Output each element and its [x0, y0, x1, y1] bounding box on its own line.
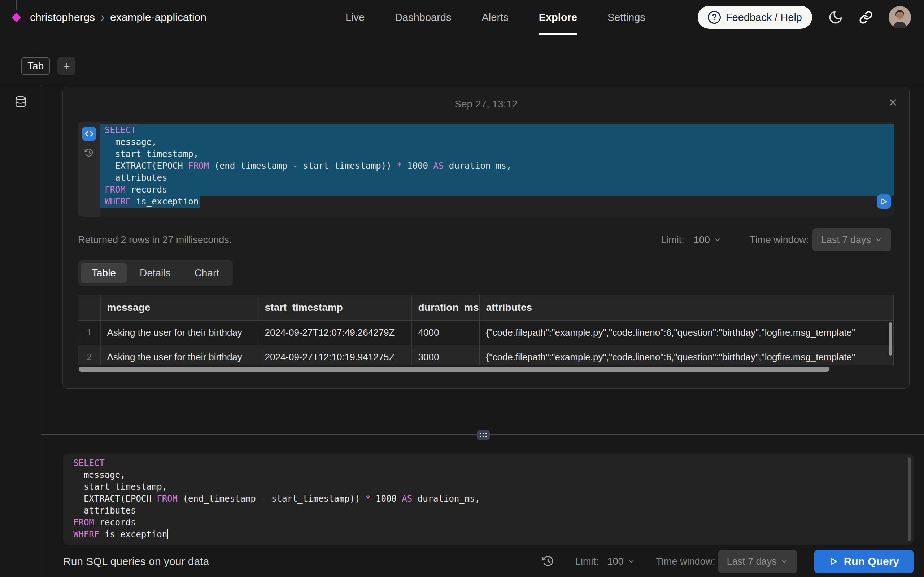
- breadcrumb-org[interactable]: christophergs: [30, 11, 95, 23]
- play-icon: [829, 557, 838, 566]
- sql-line: attributes: [69, 505, 914, 517]
- row-number: 1: [78, 320, 100, 345]
- cell-start_timestamp[interactable]: 2024-09-27T12:07:49.264279Z: [258, 320, 412, 345]
- feedback-help-button[interactable]: ? Feedback / Help: [698, 6, 812, 29]
- history-icon[interactable]: [84, 148, 94, 158]
- sql-line: WHERE is_exception: [69, 529, 914, 541]
- cell-duration_ms[interactable]: 4000: [412, 320, 479, 345]
- feedback-help-label: Feedback / Help: [726, 11, 802, 23]
- query-result-card: Sep 27, 13:12 SELECT message, start_time…: [63, 87, 909, 389]
- executed-sql-code[interactable]: SELECT message, start_timestamp, EXTRACT…: [100, 121, 894, 217]
- limit-label: Limit:: [661, 234, 684, 246]
- table-row[interactable]: 1Asking the user for their birthday2024-…: [78, 320, 894, 345]
- sql-line: message,: [69, 469, 914, 481]
- limit-dropdown[interactable]: 100: [607, 556, 635, 567]
- code-icon-button[interactable]: [82, 127, 96, 141]
- add-tab-button[interactable]: +: [57, 57, 76, 75]
- table-row[interactable]: 2Asking the user for their birthday2024-…: [78, 345, 894, 365]
- user-avatar[interactable]: [888, 6, 911, 29]
- table-header-row: messagestart_timestampduration_msattribu…: [78, 295, 894, 320]
- text-cursor: [168, 529, 168, 540]
- column-header-start_timestamp[interactable]: start_timestamp: [258, 295, 412, 320]
- horizontal-scrollbar-thumb[interactable]: [79, 367, 829, 372]
- nav-item-explore[interactable]: Explore: [539, 0, 577, 35]
- query-tab-bar: Tab +: [21, 57, 76, 75]
- sql-line: WHERE is_exception: [100, 196, 200, 208]
- breadcrumb-separator: ›: [101, 10, 104, 25]
- breadcrumb-project[interactable]: example-application: [110, 11, 207, 23]
- table-horizontal-scrollbar: [78, 366, 894, 372]
- time-window-label: Time window:: [656, 556, 716, 567]
- sql-line: SELECT: [100, 124, 894, 136]
- left-sidebar: [0, 85, 41, 577]
- splitter-drag-handle[interactable]: [477, 430, 490, 440]
- sql-editor[interactable]: SELECT message, start_timestamp, EXTRACT…: [63, 454, 914, 545]
- editor-hint-text: Run SQL queries on your data: [63, 555, 209, 567]
- cell-start_timestamp[interactable]: 2024-09-27T12:10:19.941275Z: [258, 345, 412, 365]
- row-number: 2: [78, 345, 100, 365]
- nav-item-live[interactable]: Live: [346, 0, 365, 35]
- drag-dots-icon: [480, 433, 487, 437]
- logfire-logo-icon[interactable]: [11, 13, 21, 23]
- sql-line: FROM records: [100, 184, 894, 196]
- query-timestamp: Sep 27, 13:12: [454, 98, 517, 110]
- chevron-down-icon: [874, 236, 882, 244]
- top-nav: christophergs › example-application Live…: [0, 0, 924, 35]
- database-schema-icon[interactable]: [15, 95, 27, 577]
- view-tab-chart[interactable]: Chart: [184, 263, 230, 283]
- table-vertical-scrollbar[interactable]: [888, 322, 892, 356]
- sql-editor-code: SELECT message, start_timestamp, EXTRACT…: [69, 457, 914, 541]
- sql-line: start_timestamp,: [69, 481, 914, 493]
- sql-line: start_timestamp,: [100, 148, 894, 160]
- footer-bar: Run SQL queries on your data Limit: 100 …: [63, 549, 914, 574]
- chevron-down-icon: [780, 558, 788, 566]
- sql-line: message,: [100, 136, 894, 148]
- time-window-dropdown[interactable]: Last 7 days: [718, 550, 797, 574]
- sql-line: attributes: [100, 172, 894, 184]
- column-header-attributes[interactable]: attributes: [479, 295, 894, 320]
- run-query-play-button[interactable]: [877, 194, 891, 209]
- run-query-button[interactable]: Run Query: [814, 550, 914, 574]
- dark-mode-toggle-moon-icon[interactable]: [828, 10, 843, 25]
- cell-attributes[interactable]: {"code.filepath":"example.py","code.line…: [479, 345, 894, 365]
- result-view-tabs: TableDetailsChart: [78, 260, 233, 286]
- sql-line: EXTRACT(EPOCH FROM (end_timestamp - star…: [100, 160, 894, 172]
- table-body: 1Asking the user for their birthday2024-…: [78, 320, 894, 365]
- chevron-down-icon: [627, 558, 635, 566]
- limit-label: Limit:: [575, 556, 599, 567]
- result-summary: Returned 2 rows in 27 milliseconds.: [78, 234, 232, 246]
- logo-stem: [16, 0, 16, 10]
- tab-chip[interactable]: Tab: [21, 57, 50, 75]
- cell-duration_ms[interactable]: 3000: [412, 345, 479, 365]
- sql-line: FROM records: [69, 517, 914, 529]
- nav-item-settings[interactable]: Settings: [607, 0, 645, 35]
- breadcrumb: christophergs › example-application: [13, 11, 207, 23]
- time-window-label: Time window:: [750, 234, 809, 246]
- row-number-header: [78, 295, 100, 320]
- workspace-top-border: [0, 85, 924, 85]
- cell-message[interactable]: Asking the user for their birthday: [100, 345, 258, 365]
- nav-item-alerts[interactable]: Alerts: [482, 0, 509, 35]
- sql-line: SELECT: [69, 457, 914, 469]
- nav-items: LiveDashboardsAlertsExploreSettings: [346, 0, 645, 35]
- view-tab-table[interactable]: Table: [81, 263, 127, 283]
- chevron-down-icon: [714, 236, 722, 244]
- sql-line: EXTRACT(EPOCH FROM (end_timestamp - star…: [69, 493, 914, 505]
- question-circle-icon: ?: [708, 11, 721, 24]
- close-icon[interactable]: [888, 98, 898, 108]
- editor-scrollbar-thumb[interactable]: [908, 457, 911, 541]
- executed-query-editor: SELECT message, start_timestamp, EXTRACT…: [78, 121, 894, 217]
- cell-attributes[interactable]: {"code.filepath":"example.py","code.line…: [479, 320, 894, 345]
- cell-message[interactable]: Asking the user for their birthday: [100, 320, 258, 345]
- share-link-icon[interactable]: [859, 10, 873, 24]
- column-header-message[interactable]: message: [100, 295, 258, 320]
- query-history-icon[interactable]: [542, 555, 554, 567]
- column-header-duration_ms[interactable]: duration_ms: [412, 295, 479, 320]
- time-window-dropdown[interactable]: Last 7 days: [813, 228, 891, 251]
- view-tab-details[interactable]: Details: [129, 263, 181, 283]
- nav-item-dashboards[interactable]: Dashboards: [395, 0, 451, 35]
- results-table: messagestart_timestampduration_msattribu…: [78, 295, 894, 365]
- limit-dropdown[interactable]: 100: [694, 234, 722, 246]
